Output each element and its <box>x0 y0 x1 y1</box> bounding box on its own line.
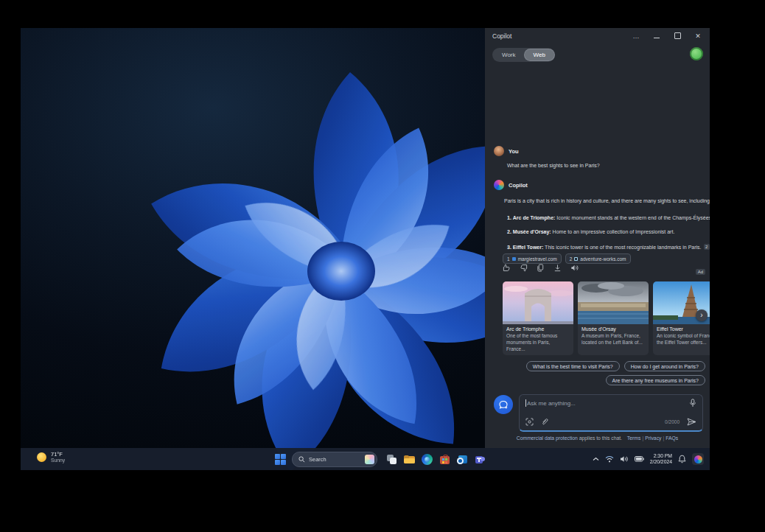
carousel-next-button[interactable]: › <box>696 309 708 321</box>
card-description: An iconic symbol of France, the Eiffel T… <box>657 332 710 346</box>
copilot-icon <box>694 455 702 463</box>
list-item-text: This iconic tower is one of the most rec… <box>543 245 701 250</box>
copilot-panel: Copilot … ✕ Work Web You Wha <box>485 28 710 448</box>
character-counter: 0/2000 <box>665 419 680 424</box>
list-item: 3. Eiffel Tower: This iconic tower is on… <box>507 244 708 250</box>
terms-link[interactable]: Terms <box>627 435 641 441</box>
list-item-title: Musée d'Orsay: <box>513 229 551 234</box>
hidden-icons-chevron-up[interactable] <box>593 457 599 461</box>
citation-domain: margiestravel.com <box>518 256 557 262</box>
list-item: 2. Musée d'Orsay: Home to an impressive … <box>507 229 708 234</box>
outlook-button[interactable] <box>457 454 468 465</box>
volume-icon[interactable] <box>620 455 629 463</box>
wifi-icon[interactable] <box>605 455 614 463</box>
add-screenshot-icon[interactable] <box>525 418 534 426</box>
taskbar-clock[interactable]: 2:30 PM 2/20/2024 <box>650 453 672 466</box>
search-highlights-icon <box>365 455 374 464</box>
footer-separator: | <box>663 435 664 441</box>
card-title: Musée d'Orsay <box>581 326 645 332</box>
card-arc-de-triomphe[interactable]: Arc de Triomphe One of the most famous m… <box>503 281 573 355</box>
list-item-number: 2. <box>507 229 511 234</box>
suggestion-chip[interactable]: Are there any free museums in Paris? <box>606 375 706 385</box>
taskbar-search[interactable]: Search <box>292 452 377 467</box>
footer-separator: | <box>642 435 643 441</box>
maximize-icon <box>674 32 681 39</box>
read-aloud-button[interactable] <box>570 264 579 272</box>
site-favicon <box>512 257 516 261</box>
close-button[interactable]: ✕ <box>694 33 702 40</box>
account-avatar[interactable] <box>690 47 703 60</box>
citation-link-2[interactable]: 2 adventure-works.com <box>565 253 631 264</box>
thumbs-up-button[interactable] <box>503 264 511 272</box>
task-view-button[interactable] <box>386 454 397 465</box>
list-item-text: Home to an impressive collection of Impr… <box>551 229 675 234</box>
chat-input[interactable] <box>527 400 689 407</box>
toggle-work[interactable]: Work <box>493 49 525 60</box>
ad-label: Ad <box>696 269 705 275</box>
chat-input-box[interactable]: 0/2000 <box>519 394 703 432</box>
teams-button[interactable] <box>475 454 486 465</box>
copilot-tray-button[interactable] <box>692 453 704 465</box>
toggle-web[interactable]: Web <box>525 49 554 60</box>
tray-date: 2/20/2024 <box>650 459 672 466</box>
weather-widget[interactable]: 71°F Sunny <box>37 451 65 463</box>
card-description: One of the most famous monuments in Pari… <box>506 332 570 352</box>
weather-temperature: 71°F <box>51 451 65 458</box>
notifications-bell-icon[interactable] <box>678 455 686 463</box>
thumbs-down-button[interactable] <box>520 264 528 272</box>
work-web-toggle: Work Web <box>492 48 555 62</box>
titlebar: Copilot … ✕ <box>485 28 710 44</box>
list-item-number: 1. <box>507 215 511 220</box>
weather-condition: Sunny <box>51 458 65 463</box>
user-message: What are the best sights to see in Paris… <box>507 163 706 168</box>
start-button[interactable] <box>275 454 286 465</box>
arc-de-triomphe-image <box>503 281 573 324</box>
taskbar: 71°F Sunny Search <box>21 448 710 470</box>
minimize-icon <box>654 38 660 38</box>
card-description: A museum in Paris, France, located on th… <box>581 332 645 346</box>
citation-number: 1 <box>507 256 510 262</box>
tray-time: 2:30 PM <box>650 453 672 460</box>
list-item: 1. Arc de Triomphe: Iconic monument stan… <box>507 214 708 220</box>
search-label: Search <box>309 456 361 463</box>
suggestion-chip[interactable]: How do I get around in Paris? <box>624 361 705 371</box>
assistant-name: Copilot <box>509 182 528 189</box>
user-avatar <box>494 146 504 156</box>
user-name: You <box>509 148 519 155</box>
assistant-intro: Paris is a city that is rich in history … <box>504 198 709 203</box>
citation-link-1[interactable]: 1 margiestravel.com <box>503 253 562 264</box>
copy-button[interactable] <box>537 264 545 272</box>
microphone-icon[interactable] <box>689 399 696 407</box>
new-topic-button[interactable] <box>494 395 513 414</box>
battery-icon[interactable] <box>635 456 644 462</box>
sunny-weather-icon <box>37 452 46 462</box>
suggestion-chip[interactable]: What is the best time to visit Paris? <box>526 361 620 371</box>
footer-text: applies to this chat. <box>578 435 622 441</box>
screen: Copilot … ✕ Work Web You Wha <box>0 0 765 532</box>
send-icon[interactable] <box>687 418 696 426</box>
export-button[interactable] <box>553 264 562 272</box>
microsoft-store-button[interactable] <box>439 454 450 465</box>
attach-file-icon[interactable] <box>541 418 549 426</box>
copilot-logo-icon <box>494 180 504 190</box>
chevron-right-icon: › <box>700 312 702 319</box>
maximize-button[interactable] <box>673 32 682 41</box>
privacy-link[interactable]: Privacy <box>645 435 661 441</box>
minimize-button[interactable] <box>652 33 661 40</box>
file-explorer-button[interactable] <box>404 454 415 465</box>
citation-domain: adventure-works.com <box>580 256 626 262</box>
search-icon <box>298 456 305 463</box>
more-options-button[interactable]: … <box>632 33 640 40</box>
chat-footer: Commercial data protection applies to th… <box>485 435 710 441</box>
list-item-text: Iconic monument stands at the western en… <box>555 215 710 220</box>
window-title: Copilot <box>492 32 511 40</box>
list-item-title: Arc de Triomphe: <box>513 215 556 220</box>
edge-browser-button[interactable] <box>422 454 433 465</box>
site-favicon <box>574 257 578 261</box>
card-title: Eiffel Tower <box>657 326 710 332</box>
faqs-link[interactable]: FAQs <box>666 435 678 441</box>
musee-dorsay-image <box>578 281 649 324</box>
citation-badge[interactable]: 2 <box>704 244 710 250</box>
commercial-data-protection-link[interactable]: Commercial data protection <box>517 435 578 441</box>
card-musee-dorsay[interactable]: Musée d'Orsay A museum in Paris, France,… <box>578 281 649 355</box>
